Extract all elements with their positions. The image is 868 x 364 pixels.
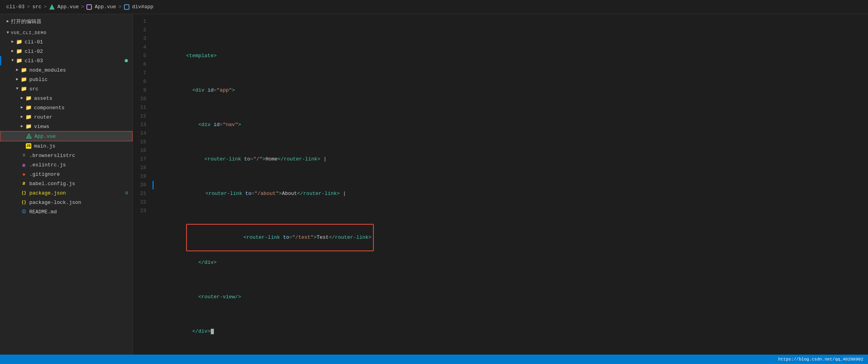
main-container: 打开的编辑器 VUE_CLI_DEMO 📁 cli-01 📁 cli-02 📁 … [0, 14, 868, 355]
pkglock-spacer [14, 199, 20, 205]
sidebar-item-packagejson[interactable]: {} package.json U [0, 188, 133, 198]
components-label: components [34, 105, 65, 111]
open-editors-arrow [5, 18, 11, 25]
status-bar: https://blog.csdn.net/qq_40298902 [0, 355, 868, 364]
code-line-1: <template> [152, 43, 868, 52]
project-arrow [5, 30, 11, 36]
assets-label: assets [34, 96, 52, 101]
sep1: > [27, 4, 30, 10]
eslint-file-icon: ◉ [20, 161, 27, 168]
router-label: router [34, 114, 52, 120]
list-file-icon: ≡ [20, 152, 27, 159]
readme-label: README.md [29, 209, 57, 215]
breadcrumb-divapp[interactable]: div#app [132, 4, 154, 10]
views-label: views [34, 124, 49, 130]
sidebar-item-node-modules[interactable]: 📁 node_modules [0, 65, 133, 75]
node-modules-arrow [14, 67, 20, 73]
code-lines[interactable]: <template> <div id="app"> <div id="nav">… [152, 14, 868, 355]
views-arrow [19, 123, 25, 130]
editor-content: 1 2 3 4 5 6 7 8 9 10 11 12 13 14 15 16 1… [133, 14, 868, 355]
assets-arrow [19, 95, 25, 101]
src-label: src [29, 86, 38, 92]
vue-file-icon [25, 133, 32, 140]
sidebar-item-mainjs[interactable]: JS main.js [0, 141, 133, 151]
div-icon [124, 4, 129, 10]
pkg-spacer [14, 190, 20, 196]
cli01-arrow [9, 39, 16, 45]
public-arrow [14, 76, 20, 83]
json-lock-icon: {} [20, 199, 27, 206]
breadcrumb-appvue[interactable]: App.vue [57, 4, 79, 10]
code-line-3: <div id="nav"> [152, 112, 868, 121]
sidebar-item-eslintrc[interactable]: ◉ .eslintrc.js [0, 160, 133, 169]
folder-icon: 📁 [25, 123, 32, 130]
sidebar-item-views[interactable]: 📁 views [0, 122, 133, 131]
js-file-icon: JS [25, 142, 32, 150]
babel-file-icon: B [20, 180, 27, 187]
sidebar-item-cli03[interactable]: 📁 cli-03 [0, 56, 133, 65]
editor: 1 2 3 4 5 6 7 8 9 10 11 12 13 14 15 16 1… [133, 14, 868, 355]
open-editors-header[interactable]: 打开的编辑器 [0, 14, 133, 26]
components-arrow [19, 105, 25, 111]
sidebar-item-browserslistrc[interactable]: ≡ .browserslistrc [0, 151, 133, 160]
breadcrumb-template[interactable]: App.vue [95, 4, 116, 10]
project-root[interactable]: VUE_CLI_DEMO [0, 29, 133, 37]
router-arrow [19, 114, 25, 120]
readme-spacer [14, 209, 20, 215]
breadcrumb-src[interactable]: src [32, 4, 41, 10]
folder-icon: 📁 [25, 114, 32, 121]
folder-icon: 📁 [16, 48, 23, 55]
sep2: > [44, 4, 47, 10]
sidebar-item-cli02[interactable]: 📁 cli-02 [0, 47, 133, 56]
cli03-arrow [9, 58, 16, 64]
mainjs-spacer [19, 143, 25, 149]
git-file-icon: ◆ [20, 171, 27, 178]
sidebar-item-cli01[interactable]: 📁 cli-01 [0, 37, 133, 47]
sidebar-item-appvue[interactable]: App.vue [0, 131, 133, 141]
cli03-dot [125, 59, 128, 62]
sidebar-item-router[interactable]: 📁 router [0, 112, 133, 122]
sidebar-item-babel[interactable]: B babel.config.js [0, 179, 133, 188]
sidebar-item-assets[interactable]: 📁 assets [0, 94, 133, 103]
gitignore-label: .gitignore [29, 171, 60, 177]
vue-icon [49, 4, 55, 10]
folder-icon: 📁 [20, 76, 27, 83]
git-spacer [14, 171, 20, 177]
sidebar-item-public[interactable]: 📁 public [0, 75, 133, 84]
appvue-label: App.vue [34, 133, 56, 139]
sidebar-item-packagelockjson[interactable]: {} package-lock.json [0, 198, 133, 207]
node-modules-label: node_modules [29, 67, 66, 73]
src-arrow [14, 86, 20, 92]
code-line-6: <router-link to="/test">Test</router-lin… [152, 215, 868, 224]
sidebar-item-src[interactable]: 📁 src [0, 84, 133, 94]
mainjs-label: main.js [34, 143, 56, 149]
code-line-8: <router-view/> [152, 284, 868, 293]
folder-icon: 📁 [25, 95, 32, 102]
cli03-label: cli-03 [25, 58, 43, 64]
readme-file-icon: ⓘ [20, 208, 27, 215]
sidebar: 打开的编辑器 VUE_CLI_DEMO 📁 cli-01 📁 cli-02 📁 … [0, 14, 133, 355]
status-url: https://blog.csdn.net/qq_40298902 [778, 357, 863, 362]
breadcrumb-cli03[interactable]: cli-03 [6, 4, 25, 10]
sep4: > [118, 4, 122, 10]
code-line-2: <div id="app"> [152, 77, 868, 86]
folder-icon: 📁 [16, 38, 23, 45]
babel-spacer [14, 180, 20, 187]
packagejson-label: package.json [29, 190, 66, 196]
sidebar-item-readme[interactable]: ⓘ README.md [0, 207, 133, 216]
open-editors-label: 打开的编辑器 [11, 18, 41, 25]
appvue-spacer [19, 133, 25, 139]
babel-label: babel.config.js [29, 181, 75, 187]
eslint-spacer [14, 162, 20, 168]
sidebar-item-components[interactable]: 📁 components [0, 103, 133, 112]
sep3: > [81, 4, 84, 10]
breadcrumb-bar: cli-03 > src > App.vue > App.vue > div#a… [0, 0, 868, 14]
cli01-label: cli-01 [25, 39, 43, 45]
package-badge: U [125, 191, 128, 195]
code-line-5: <router-link to="/about">About</router-l… [152, 181, 868, 189]
code-line-4: <router-link to="/">Home</router-link> | [152, 146, 868, 155]
template-icon [86, 4, 92, 10]
sidebar-item-gitignore[interactable]: ◆ .gitignore [0, 169, 133, 179]
folder-icon: 📁 [20, 85, 27, 92]
folder-icon: 📁 [20, 67, 27, 74]
